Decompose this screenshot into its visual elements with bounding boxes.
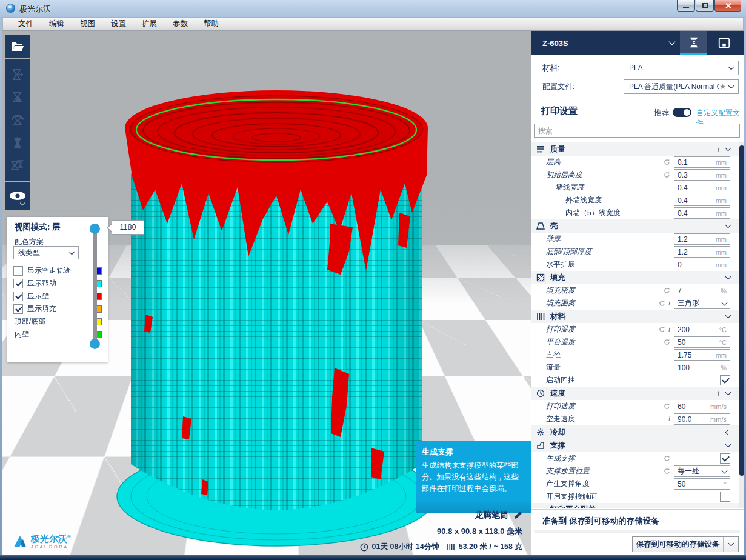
info-icon[interactable]: i [668, 415, 670, 424]
chevron-down-icon[interactable] [725, 442, 731, 448]
reset-icon[interactable] [664, 170, 670, 181]
view-mode-button[interactable] [5, 182, 30, 210]
move-tool-icon[interactable] [10, 67, 25, 82]
section-header[interactable]: 壳 [531, 219, 739, 233]
per-model-settings-icon[interactable] [9, 158, 26, 173]
reset-icon[interactable] [659, 298, 665, 309]
setting-input[interactable]: 60mm/s [674, 401, 730, 412]
menu-item[interactable]: 帮助 [196, 17, 227, 31]
setting-checkbox[interactable] [720, 375, 730, 385]
app-icon [6, 4, 15, 13]
chevron-down-icon[interactable] [725, 222, 731, 228]
recommended-toggle[interactable] [673, 108, 691, 117]
scrollbar-thumb[interactable] [739, 145, 744, 476]
chevron-down-icon[interactable] [725, 145, 731, 152]
section-header[interactable]: 材料 [531, 310, 739, 323]
reset-icon[interactable] [664, 337, 670, 348]
open-file-button[interactable] [5, 35, 30, 58]
section-header[interactable]: 质量i [531, 142, 739, 156]
section-header[interactable]: 速度i [531, 387, 739, 400]
tab-monitor[interactable] [710, 31, 738, 55]
search-input[interactable] [534, 124, 740, 138]
reset-icon[interactable] [664, 466, 670, 477]
menu-item[interactable]: 视图 [72, 17, 103, 31]
setting-input[interactable]: 7% [674, 285, 730, 296]
legend-label: 显示帮助 [27, 278, 95, 288]
setting-input[interactable]: 1.75mm [674, 349, 730, 361]
setting-label: 生成支撑 [546, 453, 664, 464]
edit-pencil-icon[interactable] [513, 511, 522, 520]
reset-icon[interactable] [664, 453, 670, 464]
setting-row: 水平扩展0mm [531, 258, 739, 271]
info-icon[interactable]: i [718, 145, 719, 154]
setting-checkbox[interactable] [720, 453, 730, 464]
app-window: 极光尔沃 文件编辑视图设置扩展参数帮助 [0, 0, 746, 560]
chevron-down-icon[interactable] [725, 390, 731, 396]
setting-input[interactable]: 0mm [674, 259, 730, 270]
legend-checkbox[interactable] [13, 304, 23, 314]
setting-checkbox[interactable] [720, 492, 730, 502]
printer-chevron-icon[interactable] [668, 38, 675, 45]
setting-input[interactable]: 0.4mm [674, 195, 730, 206]
chevron-down-icon[interactable] [725, 506, 731, 508]
legend-checkbox[interactable] [13, 292, 23, 301]
setting-value: 1.2 [678, 235, 716, 244]
setting-input[interactable]: 50° [674, 478, 730, 490]
menu-item[interactable]: 设置 [103, 17, 134, 31]
reset-icon[interactable] [664, 285, 670, 296]
setting-input[interactable]: 0.1mm [674, 156, 730, 168]
reset-icon[interactable] [664, 401, 670, 412]
setting-input[interactable]: 1.2mm [674, 246, 730, 258]
tab-prepare[interactable] [680, 31, 707, 55]
menu-item[interactable]: 参数 [165, 17, 196, 31]
setting-select[interactable]: 三角形 [674, 298, 730, 309]
save-to-removable-button[interactable]: 保存到可移动的存储设备 [632, 536, 739, 552]
setting-input[interactable]: 200°C [674, 324, 730, 335]
section-header[interactable]: 支撑 [531, 439, 739, 452]
info-icon[interactable]: i [668, 299, 670, 308]
legend-checkbox[interactable] [13, 266, 23, 276]
setting-select[interactable]: 每一处 [674, 465, 730, 477]
section-header[interactable]: 填充 [531, 271, 739, 284]
setting-input[interactable]: 0.4mm [674, 207, 730, 219]
setting-input[interactable]: 0.3mm [674, 169, 730, 181]
layer-slider-handle-top[interactable] [90, 224, 100, 234]
reset-icon[interactable] [664, 157, 670, 168]
setting-input[interactable]: 90.0mm/s [674, 413, 730, 425]
setting-label: 空走速度 [546, 414, 668, 424]
menu-item[interactable]: 扩展 [134, 17, 165, 31]
maximize-button[interactable] [696, 0, 714, 12]
minimize-button[interactable] [677, 0, 695, 12]
chevron-down-icon[interactable] [725, 274, 731, 280]
setting-input[interactable]: 0.4mm [674, 182, 730, 193]
close-button[interactable] [714, 0, 741, 12]
info-icon[interactable]: i [718, 389, 719, 398]
viewport-3d[interactable]: 视图模式: 层 配色方案 线类型 显示空走轨迹显示帮助显示壁显示填充顶部/底部内… [2, 31, 531, 555]
scale-tool-icon[interactable] [10, 89, 25, 105]
star-icon[interactable]: ★ [719, 82, 726, 91]
material-select[interactable]: PLA [624, 61, 739, 75]
profile-select[interactable]: PLA 普通质量(PLA Normal Qua ★ [624, 79, 739, 94]
section-header[interactable]: 打印平台附着 [531, 503, 739, 508]
reset-icon[interactable] [659, 324, 665, 335]
setting-input[interactable]: 1.2mm [674, 233, 730, 245]
layer-number-bubble: 1180 [112, 220, 144, 235]
chevron-left-icon[interactable] [725, 429, 731, 435]
chevron-down-icon[interactable] [725, 313, 731, 319]
legend-checkbox[interactable] [13, 279, 23, 288]
color-scheme-select[interactable]: 线类型 [13, 246, 79, 259]
rotate-tool-icon[interactable] [10, 112, 25, 128]
setting-input[interactable]: 50°C [674, 336, 730, 348]
settings-scrollbar[interactable] [739, 142, 744, 508]
layer-slider-handle-bottom[interactable] [90, 339, 100, 349]
section-header[interactable]: 冷却 [531, 425, 739, 439]
menu-item[interactable]: 文件 [10, 17, 41, 31]
mirror-tool-icon[interactable] [10, 135, 25, 151]
layer-slider-track[interactable] [93, 225, 97, 348]
menu-item[interactable]: 编辑 [41, 17, 72, 31]
printer-name[interactable]: Z-603S [542, 39, 568, 48]
info-icon[interactable]: i [668, 325, 670, 334]
setting-input[interactable]: 100% [674, 362, 730, 373]
save-options-chevron[interactable] [724, 543, 738, 545]
support-tooltip: 生成支撑 生成结构来支撑模型的某些部分。如果没有这些结构，这些部件在打印过程中会… [416, 441, 531, 513]
